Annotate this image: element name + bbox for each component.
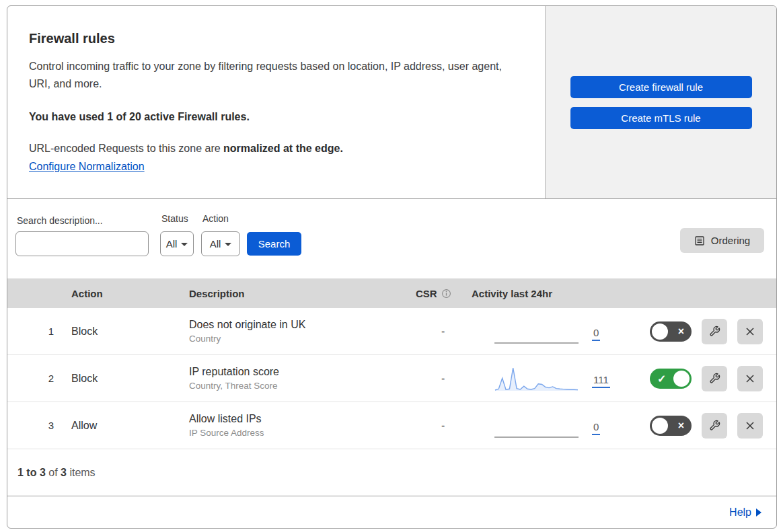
toggle-knob bbox=[673, 371, 690, 387]
x-icon: × bbox=[678, 420, 684, 432]
table-header: Action Description CSR Activity last 24h… bbox=[7, 278, 776, 308]
rule-csr-value: - bbox=[409, 420, 472, 432]
rule-action: Block bbox=[71, 373, 189, 385]
wrench-icon bbox=[709, 420, 720, 431]
actions-side-panel: Create firewall rule Create mTLS rule bbox=[546, 6, 776, 198]
activity-count-link[interactable]: 0 bbox=[592, 327, 600, 341]
rule-enabled-toggle[interactable]: ✓ × bbox=[650, 416, 692, 436]
ordering-list-icon bbox=[694, 235, 705, 246]
csr-column-header: CSR bbox=[409, 288, 472, 299]
delete-rule-button[interactable] bbox=[737, 366, 763, 391]
delete-rule-button[interactable] bbox=[737, 413, 763, 439]
action-filter-value: All bbox=[210, 238, 221, 250]
items-text: items bbox=[67, 467, 96, 478]
activity-count-link[interactable]: 111 bbox=[592, 374, 610, 388]
activity-column-header: Activity last 24hr bbox=[472, 288, 633, 299]
rule-enabled-toggle[interactable]: ✓ × bbox=[650, 321, 692, 342]
status-label: Status bbox=[161, 213, 188, 224]
create-mtls-rule-button[interactable]: Create mTLS rule bbox=[570, 107, 752, 129]
rule-description: Allow listed IPs bbox=[189, 413, 409, 425]
usage-notice: You have used 1 of 20 active Firewall ru… bbox=[29, 111, 517, 123]
table-row: 1 Block Does not originate in UK Country… bbox=[7, 308, 776, 355]
close-icon bbox=[745, 326, 755, 337]
toggle-knob bbox=[652, 324, 668, 340]
edit-rule-button[interactable] bbox=[702, 366, 727, 391]
delete-rule-button[interactable] bbox=[737, 319, 763, 344]
normalization-prefix: URL-encoded Requests to this zone are bbox=[29, 143, 223, 154]
rule-action: Block bbox=[71, 326, 189, 338]
rule-criteria: Country bbox=[189, 334, 409, 344]
action-label: Action bbox=[202, 213, 229, 224]
table-row: 2 Block IP reputation score Country, Thr… bbox=[7, 355, 776, 402]
filter-bar: Search description... Status All Action … bbox=[7, 199, 776, 278]
check-icon: ✓ bbox=[657, 372, 666, 385]
close-icon bbox=[745, 420, 755, 431]
of-text: of bbox=[46, 467, 61, 478]
rule-description: IP reputation score bbox=[189, 366, 409, 378]
pagination-summary: 1 to 3 of 3 items bbox=[7, 449, 776, 496]
search-button[interactable]: Search bbox=[247, 232, 301, 256]
rule-priority: 2 bbox=[7, 373, 71, 384]
table-row: 3 Allow Allow listed IPs IP Source Addre… bbox=[7, 402, 776, 449]
wrench-icon bbox=[709, 326, 720, 337]
rule-action: Allow bbox=[71, 420, 189, 432]
help-bar: Help bbox=[7, 496, 776, 529]
header-text-block: Firewall rules Control incoming traffic … bbox=[7, 6, 546, 198]
search-label: Search description... bbox=[17, 215, 103, 226]
chevron-down-icon bbox=[225, 243, 231, 246]
page-title: Firewall rules bbox=[29, 31, 517, 46]
edit-rule-button[interactable] bbox=[702, 413, 727, 439]
x-icon: × bbox=[678, 326, 684, 338]
normalization-notice: URL-encoded Requests to this zone are no… bbox=[29, 143, 517, 155]
rule-criteria: IP Source Address bbox=[189, 428, 409, 438]
status-filter-select[interactable]: All bbox=[160, 231, 194, 256]
rule-criteria: Country, Threat Score bbox=[189, 381, 409, 391]
status-filter-value: All bbox=[166, 238, 178, 250]
close-icon bbox=[745, 373, 755, 384]
total-count: 3 bbox=[61, 467, 67, 478]
range-text: 1 to 3 bbox=[17, 467, 46, 478]
rule-priority: 3 bbox=[7, 420, 71, 431]
activity-sparkline bbox=[494, 317, 579, 346]
chevron-down-icon bbox=[181, 243, 188, 246]
activity-sparkline bbox=[494, 365, 579, 393]
rule-description: Does not originate in UK bbox=[189, 319, 409, 331]
header-section: Firewall rules Control incoming traffic … bbox=[7, 6, 776, 199]
wrench-icon bbox=[709, 373, 720, 384]
firewall-rules-panel: Firewall rules Control incoming traffic … bbox=[7, 5, 777, 529]
create-firewall-rule-button[interactable]: Create firewall rule bbox=[570, 76, 752, 98]
toggle-knob bbox=[652, 418, 668, 434]
activity-sparkline bbox=[494, 412, 579, 440]
csr-header-label: CSR bbox=[416, 288, 437, 299]
activity-count-link[interactable]: 0 bbox=[592, 421, 600, 435]
action-filter-select[interactable]: All bbox=[201, 231, 240, 256]
arrow-right-icon bbox=[756, 508, 761, 517]
rule-csr-value: - bbox=[409, 326, 472, 338]
action-column-header: Action bbox=[71, 288, 189, 299]
search-field[interactable] bbox=[15, 231, 149, 256]
rule-csr-value: - bbox=[409, 373, 472, 385]
ordering-button[interactable]: Ordering bbox=[680, 228, 764, 253]
rule-enabled-toggle[interactable]: ✓ × bbox=[650, 369, 692, 389]
rule-priority: 1 bbox=[7, 326, 71, 337]
description-column-header: Description bbox=[189, 288, 409, 299]
help-link[interactable]: Help bbox=[729, 506, 761, 519]
info-icon[interactable] bbox=[441, 289, 451, 299]
help-link-label: Help bbox=[729, 506, 751, 519]
normalization-bold: normalized at the edge. bbox=[223, 143, 343, 154]
edit-rule-button[interactable] bbox=[702, 319, 727, 344]
page-description: Control incoming traffic to your zone by… bbox=[29, 58, 517, 93]
ordering-button-label: Ordering bbox=[711, 235, 750, 246]
configure-normalization-link[interactable]: Configure Normalization bbox=[29, 161, 145, 172]
search-input[interactable] bbox=[27, 233, 161, 255]
